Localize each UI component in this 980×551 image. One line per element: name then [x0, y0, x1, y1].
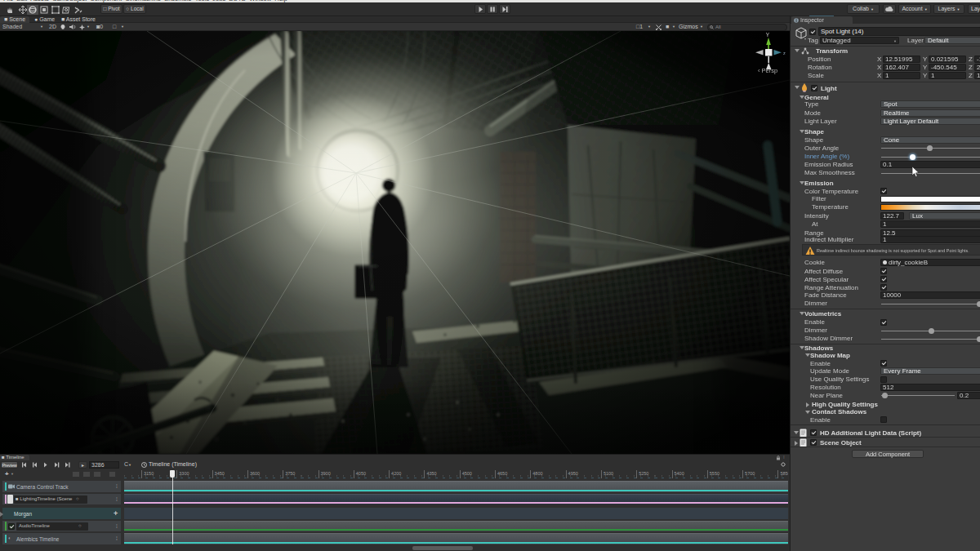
svg-text:‹ Persp: ‹ Persp	[758, 67, 777, 74]
svg-text:Y: Y	[766, 32, 770, 38]
svg-text:z: z	[783, 51, 786, 56]
